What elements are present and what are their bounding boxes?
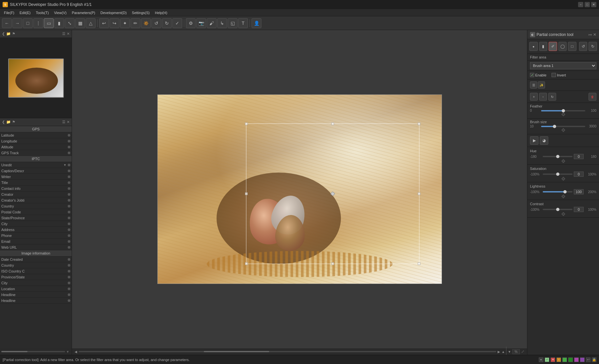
menu-view[interactable]: View(V) (51, 10, 69, 15)
scroll-right-arrow[interactable]: ▶ (498, 350, 500, 354)
saturation-value[interactable]: 0 (574, 172, 584, 177)
hue-value[interactable]: 0 (574, 154, 584, 159)
status-cancel-btn[interactable]: ✕ (551, 357, 555, 362)
lightness-value[interactable]: 100 (574, 189, 584, 194)
scroll-left-arrow[interactable]: ◀ (75, 350, 77, 354)
restore-button[interactable]: □ (585, 2, 590, 7)
tb-grid-overlay[interactable]: ▦ (75, 18, 85, 28)
brushsize-slider-handle[interactable] (553, 125, 556, 128)
tb-person-search[interactable]: 👤 (252, 18, 261, 28)
brush-replace-icon[interactable]: ↻ (548, 93, 556, 101)
tb-camera[interactable]: 📷 (196, 18, 206, 28)
brush-delete-icon[interactable]: 🗑 (589, 93, 596, 101)
menu-file[interactable]: File(F) (1, 10, 17, 15)
zoom-level[interactable]: % (512, 349, 520, 354)
preview-icon-2[interactable]: ◕ (540, 136, 548, 145)
feather-slider-handle[interactable] (562, 109, 565, 112)
gps-section-header[interactable]: GPS (0, 126, 72, 132)
menu-settings[interactable]: Settings(S) (129, 10, 152, 15)
thumbnail-image[interactable] (8, 58, 64, 98)
canvas-scroll[interactable] (72, 30, 527, 348)
brush-add-icon[interactable]: + (530, 93, 538, 101)
menu-parameters[interactable]: Parameters(P) (69, 10, 98, 15)
tb-dual-view[interactable]: ▮ (54, 18, 64, 28)
tool-circle-icon[interactable]: ● (529, 42, 538, 51)
menu-help[interactable]: Help(H) (152, 10, 170, 15)
metadata-menu[interactable]: ☰ (62, 120, 65, 124)
tool-paste-icon[interactable]: ↻ (589, 42, 597, 51)
contrast-slider-track[interactable] (543, 209, 573, 210)
right-panel-close[interactable]: ✕ (593, 32, 596, 37)
enable-checkbox[interactable]: ✓ (530, 73, 534, 77)
menu-development[interactable]: Development(D) (98, 10, 129, 15)
saturation-slider-track[interactable] (543, 174, 573, 175)
metadata-bookmark[interactable]: ⚑ (12, 120, 15, 124)
menu-edit[interactable]: Edit(E) (17, 10, 33, 15)
tb-export[interactable]: ↳ (217, 18, 227, 28)
scroll-up-arrow[interactable]: ▲ (502, 350, 505, 354)
feather-value-indicator[interactable] (561, 112, 565, 116)
tb-rotate-ccw[interactable]: ↺ (151, 18, 161, 28)
thumbnail-menu[interactable]: ☰ (62, 32, 65, 36)
brush-magic-icon[interactable]: ✨ (538, 81, 545, 89)
tb-eyedropper[interactable]: 🔅 (141, 18, 151, 28)
contrast-indicator[interactable] (561, 212, 565, 216)
tb-settings[interactable]: ⚙ (186, 18, 196, 28)
thumbnail-close[interactable]: ✕ (67, 32, 70, 36)
expand-icon[interactable]: ⤢ (521, 349, 524, 354)
tb-redo[interactable]: ↪ (110, 18, 119, 28)
right-panel-expand[interactable]: ↦ (589, 32, 592, 37)
left-scroll-down-arrow[interactable]: ▼ (65, 349, 70, 354)
tool-speech-icon[interactable]: □ (568, 42, 576, 51)
contrast-slider-handle[interactable] (556, 208, 559, 211)
tb-fullscreen[interactable]: ⤡ (65, 18, 75, 28)
tool-copy-icon[interactable]: ↺ (579, 42, 588, 51)
tb-undo-back[interactable]: ← (2, 18, 12, 28)
metadata-close[interactable]: ✕ (67, 120, 70, 124)
thumbnail-folder[interactable]: 📁 (6, 32, 11, 36)
menu-tools[interactable]: Tools(T) (33, 10, 51, 15)
lightness-indicator[interactable] (561, 194, 565, 198)
iptc-section-header[interactable]: IPTC (0, 156, 72, 162)
hue-indicator[interactable] (561, 159, 565, 163)
preview-icon-1[interactable]: ▶ (530, 136, 538, 145)
image-info-section-header[interactable]: Image information (0, 250, 72, 256)
scroll-down-arrow[interactable]: ▼ (508, 350, 511, 354)
canvas-hscroll-track[interactable] (79, 351, 496, 352)
tb-display[interactable]: ◱ (228, 18, 238, 28)
metadata-folder[interactable]: 📁 (6, 120, 11, 124)
tb-color-picker[interactable]: ✏ (131, 18, 140, 28)
status-ok-btn[interactable]: ✓ (545, 357, 549, 362)
status-undo-btn[interactable]: ↩ (586, 357, 590, 362)
thumbnail-nav-left[interactable]: ❮ (2, 32, 5, 36)
lightness-slider-handle[interactable] (563, 190, 567, 193)
hue-slider-track[interactable] (543, 156, 573, 157)
tb-check[interactable]: ✓ (172, 18, 182, 28)
minimize-button[interactable]: − (578, 2, 583, 7)
tb-rotate-cw[interactable]: ↻ (162, 18, 172, 28)
feather-slider-track[interactable] (541, 110, 585, 111)
tb-undo[interactable]: ↩ (99, 18, 109, 28)
invert-checkbox[interactable] (552, 73, 556, 77)
main-photo[interactable] (157, 94, 442, 284)
contrast-value[interactable]: 0 (574, 207, 584, 212)
left-scroll-track[interactable] (1, 351, 65, 352)
tb-brush[interactable]: 🖌 (207, 18, 217, 28)
brush-eraser-icon[interactable]: ▫ (539, 93, 547, 101)
saturation-indicator[interactable] (561, 177, 565, 180)
lightness-slider-track[interactable] (543, 191, 573, 192)
brushsize-value-indicator[interactable] (561, 128, 565, 132)
tb-grid-4[interactable]: □ (23, 18, 33, 28)
tool-rect-icon[interactable]: ▮ (539, 42, 548, 51)
tb-undo-forward[interactable]: → (12, 18, 22, 28)
tb-text[interactable]: T (238, 18, 248, 28)
brushsize-slider-track[interactable] (541, 126, 585, 127)
thumbnail-bookmark[interactable]: ⚑ (12, 32, 15, 36)
tool-brush-icon[interactable]: ✐ (549, 42, 557, 51)
brush-tune-icon[interactable]: ☰ (530, 81, 537, 89)
tb-warning[interactable]: △ (86, 18, 96, 28)
tool-ellipse-icon[interactable]: ◯ (558, 42, 567, 51)
metadata-nav-left[interactable]: ❮ (2, 120, 5, 124)
tb-rotate-magic[interactable]: ✦ (120, 18, 130, 28)
hue-slider-handle[interactable] (556, 155, 559, 158)
